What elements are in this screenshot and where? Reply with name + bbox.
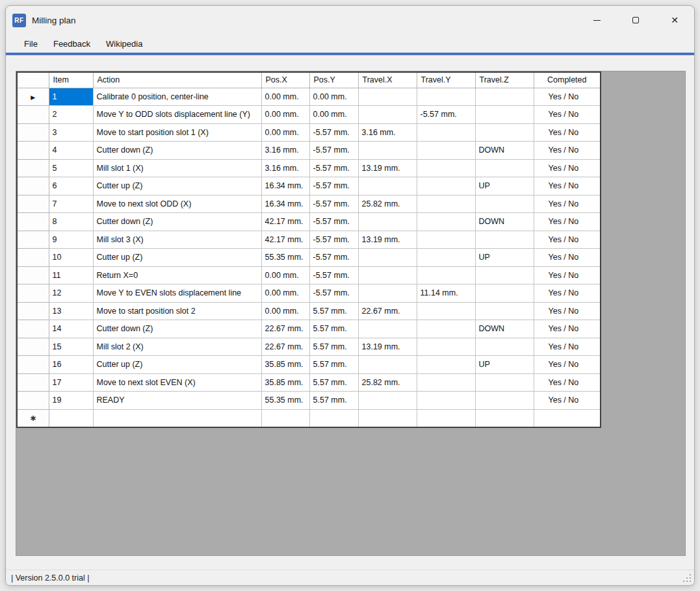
grid-cell-action[interactable]: Calibrate 0 position, center-line (93, 88, 261, 106)
row-header[interactable] (17, 302, 49, 320)
grid-cell-pos_x[interactable]: 55.35 mm. (261, 249, 309, 267)
row-header[interactable] (17, 338, 49, 356)
grid-cell-travel_y[interactable] (417, 356, 475, 374)
row-header[interactable] (17, 392, 49, 410)
row-header[interactable] (17, 266, 49, 284)
grid-cell-item[interactable]: 19 (49, 392, 93, 410)
grid-cell-item[interactable]: 16 (49, 356, 93, 374)
grid-cell-item[interactable]: 2 (49, 106, 93, 124)
row-header[interactable] (17, 356, 49, 374)
grid-cell-travel_x[interactable] (358, 88, 417, 106)
grid-cell-travel_y[interactable] (417, 159, 475, 177)
grid-cell-travel_z[interactable] (475, 338, 534, 356)
grid-cell-completed[interactable]: Yes / No (534, 284, 601, 303)
grid-cell-travel_z[interactable] (475, 302, 534, 320)
row-header[interactable] (17, 373, 49, 392)
grid-cell-item[interactable]: 4 (49, 142, 93, 160)
grid-cell-pos_y[interactable]: 0.00 mm. (309, 88, 358, 106)
grid-cell-travel_z[interactable]: UP (475, 356, 534, 374)
grid-cell-travel_y[interactable] (417, 177, 475, 195)
resize-grip-icon[interactable] (682, 573, 692, 583)
grid-cell-travel_z[interactable] (475, 159, 534, 177)
grid-cell-pos_x[interactable]: 22.67 mm. (261, 320, 309, 338)
grid-cell-travel_z[interactable] (475, 392, 534, 410)
grid-cell-travel_y[interactable] (417, 142, 475, 160)
grid-cell-item[interactable]: 7 (49, 195, 93, 213)
row-header[interactable] (17, 249, 49, 267)
grid-cell-completed[interactable]: Yes / No (534, 106, 601, 124)
grid-cell-travel_y[interactable] (417, 249, 475, 267)
grid-cell-pos_y[interactable]: -5.57 mm. (309, 213, 358, 231)
menu-item-file[interactable]: File (16, 37, 45, 51)
grid-cell-completed[interactable]: Yes / No (534, 373, 601, 392)
grid-cell-action[interactable]: Cutter up (Z) (93, 356, 261, 374)
grid-cell-completed[interactable]: Yes / No (534, 338, 601, 356)
grid-cell-pos_x[interactable]: 0.00 mm. (261, 266, 309, 284)
grid-cell-pos_y[interactable]: 0.00 mm. (309, 106, 358, 124)
grid-cell-travel_y[interactable] (417, 195, 475, 213)
grid-cell-completed[interactable]: Yes / No (534, 123, 601, 142)
grid-cell-item[interactable]: 6 (49, 177, 93, 195)
grid-cell-completed[interactable]: Yes / No (534, 195, 601, 213)
grid-cell-action[interactable]: READY (93, 392, 261, 410)
grid-cell-item[interactable]: 11 (49, 266, 93, 284)
grid-cell-completed[interactable]: Yes / No (534, 320, 601, 338)
minimize-button[interactable] (577, 6, 616, 34)
grid-cell-pos_y[interactable]: -5.57 mm. (309, 231, 358, 249)
row-header[interactable] (17, 320, 49, 338)
grid-cell-pos_y[interactable]: 5.57 mm. (309, 356, 358, 374)
column-header-item[interactable]: Item (49, 72, 93, 88)
grid-cell-travel_z[interactable] (475, 266, 534, 284)
grid-cell-empty[interactable] (309, 409, 358, 427)
grid-cell-pos_y[interactable]: -5.57 mm. (309, 266, 358, 284)
grid-cell-completed[interactable]: Yes / No (534, 392, 601, 410)
grid-cell-pos_y[interactable]: -5.57 mm. (309, 142, 358, 160)
grid-cell-pos_x[interactable]: 3.16 mm. (261, 159, 309, 177)
grid-cell-pos_y[interactable]: 5.57 mm. (309, 392, 358, 410)
grid-cell-item[interactable]: 8 (49, 213, 93, 231)
grid-cell-item[interactable]: 12 (49, 284, 93, 303)
column-header-travel_y[interactable]: Travel.Y (417, 72, 475, 88)
grid-cell-travel_y[interactable] (417, 373, 475, 392)
grid-cell-travel_x[interactable] (358, 284, 417, 303)
grid-cell-travel_x[interactable] (358, 356, 417, 374)
grid-cell-travel_x[interactable] (358, 106, 417, 124)
grid-cell-empty[interactable] (358, 409, 417, 427)
grid-cell-travel_y[interactable]: -5.57 mm. (417, 106, 475, 124)
grid-cell-action[interactable]: Move to start position slot 1 (X) (93, 123, 261, 142)
grid-cell-pos_y[interactable]: -5.57 mm. (309, 177, 358, 195)
grid-cell-travel_y[interactable] (417, 392, 475, 410)
grid-cell-travel_y[interactable] (417, 231, 475, 249)
grid-cell-action[interactable]: Cutter down (Z) (93, 320, 261, 338)
grid-cell-pos_x[interactable]: 35.85 mm. (261, 373, 309, 392)
grid-cell-travel_x[interactable] (358, 266, 417, 284)
grid-cell-pos_x[interactable]: 0.00 mm. (261, 88, 309, 106)
grid-cell-item[interactable]: 10 (49, 249, 93, 267)
menu-item-wikipedia[interactable]: Wikipedia (98, 37, 150, 51)
column-header-travel_x[interactable]: Travel.X (358, 72, 417, 88)
grid-cell-action[interactable]: Move to next slot ODD (X) (93, 195, 261, 213)
grid-cell-travel_z[interactable] (475, 123, 534, 142)
grid-cell-empty[interactable] (93, 409, 261, 427)
column-header-pos_x[interactable]: Pos.X (261, 72, 309, 88)
grid-cell-travel_y[interactable] (417, 320, 475, 338)
grid-cell-pos_x[interactable]: 3.16 mm. (261, 142, 309, 160)
grid-cell-item[interactable]: 14 (49, 320, 93, 338)
grid-cell-action[interactable]: Move to next slot EVEN (X) (93, 373, 261, 392)
column-header-action[interactable]: Action (93, 72, 261, 88)
grid-cell-pos_x[interactable]: 0.00 mm. (261, 123, 309, 142)
grid-cell-empty[interactable] (475, 409, 534, 427)
grid-cell-travel_x[interactable]: 22.67 mm. (358, 302, 417, 320)
grid-cell-pos_y[interactable]: -5.57 mm. (309, 123, 358, 142)
grid-cell-completed[interactable]: Yes / No (534, 159, 601, 177)
row-header[interactable] (17, 159, 49, 177)
row-header[interactable] (17, 123, 49, 142)
grid-cell-travel_x[interactable]: 13.19 mm. (358, 231, 417, 249)
grid-cell-travel_y[interactable] (417, 338, 475, 356)
grid-cell-empty[interactable] (534, 409, 601, 427)
grid-cell-action[interactable]: Move Y to ODD slots displacement line (Y… (93, 106, 261, 124)
grid-cell-travel_z[interactable]: UP (475, 249, 534, 267)
grid-corner-cell[interactable] (17, 72, 49, 88)
grid-cell-pos_y[interactable]: -5.57 mm. (309, 159, 358, 177)
grid-cell-travel_x[interactable]: 13.19 mm. (358, 338, 417, 356)
